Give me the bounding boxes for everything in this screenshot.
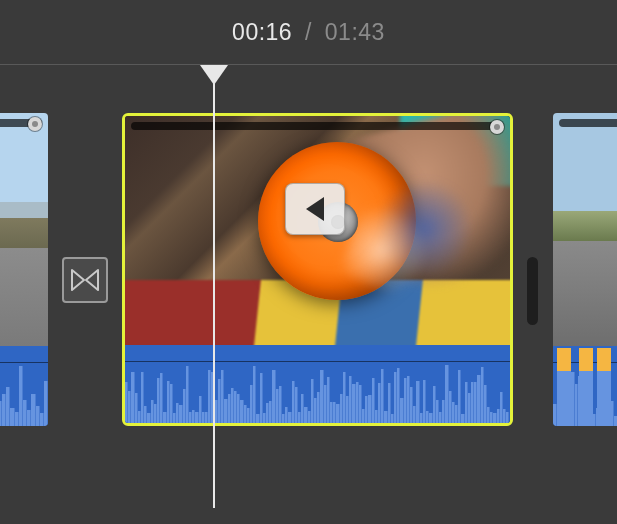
time-separator: / bbox=[305, 19, 312, 45]
timeline-scroll-thumb[interactable] bbox=[527, 257, 538, 325]
clip-thumbnail bbox=[553, 113, 617, 346]
clip-audio-waveform[interactable] bbox=[0, 346, 48, 426]
clip-audio-waveform[interactable] bbox=[553, 346, 617, 426]
clip-marker-icon[interactable] bbox=[490, 120, 504, 134]
clip-marker-icon[interactable] bbox=[28, 117, 42, 131]
crossfade-icon bbox=[71, 269, 99, 291]
clip-thumbnail bbox=[0, 113, 48, 346]
transition-crossfade[interactable] bbox=[62, 257, 108, 303]
current-time: 00:16 bbox=[232, 19, 292, 45]
playhead-line bbox=[213, 71, 215, 508]
clip-next[interactable] bbox=[553, 113, 617, 426]
clip-audio-waveform[interactable] bbox=[125, 345, 510, 423]
time-readout: 00:16 / 01:43 bbox=[232, 19, 385, 46]
total-duration: 01:43 bbox=[325, 19, 385, 45]
clip-previous[interactable] bbox=[0, 113, 48, 426]
clip-selected[interactable] bbox=[122, 113, 513, 426]
clip-top-indicator bbox=[559, 119, 617, 127]
reverse-playback-indicator[interactable] bbox=[285, 183, 345, 235]
time-display-bar: 00:16 / 01:43 bbox=[0, 0, 617, 65]
timeline[interactable] bbox=[0, 65, 617, 460]
clip-top-indicator bbox=[131, 122, 504, 130]
reverse-play-icon bbox=[304, 196, 326, 222]
